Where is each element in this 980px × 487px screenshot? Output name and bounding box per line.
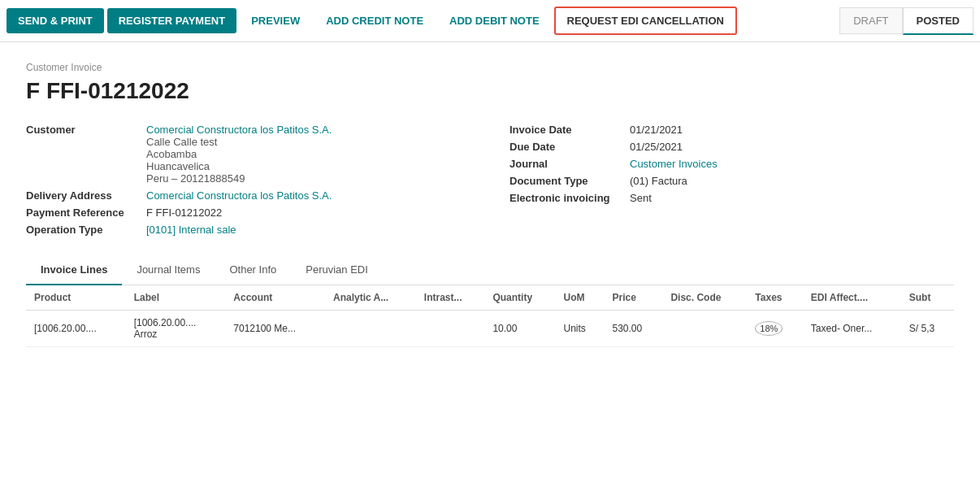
customer-label: Customer — [26, 124, 140, 136]
col-quantity: Quantity — [484, 285, 555, 311]
cell-disc-code — [662, 311, 747, 347]
operation-type-value[interactable]: [0101] Internal sale — [146, 224, 236, 236]
electronic-invoicing-row: Electronic invoicing Sent — [510, 192, 954, 204]
cell-account: 7012100 Me... — [225, 311, 325, 347]
invoice-date-label: Invoice Date — [510, 124, 623, 136]
col-product: Product — [26, 285, 126, 311]
payment-reference-row: Payment Reference F FFI-01212022 — [26, 207, 470, 219]
document-type-field-label: Document Type — [510, 175, 623, 187]
tax-badge: 18% — [755, 321, 783, 336]
due-date-label: Due Date — [510, 141, 623, 153]
electronic-invoicing-label: Electronic invoicing — [510, 192, 623, 204]
col-subtotal: Subt — [901, 285, 954, 311]
invoice-date-row: Invoice Date 01/21/2021 — [510, 124, 954, 136]
label-line2: Arroz — [134, 328, 218, 340]
status-area: DRAFT POSTED — [839, 7, 973, 35]
operation-type-row: Operation Type [0101] Internal sale — [26, 224, 470, 236]
info-grid: Customer Comercial Constructora los Pati… — [26, 124, 954, 236]
label-line1: [1006.20.00.... — [134, 317, 218, 328]
cell-uom: Units — [555, 311, 604, 347]
info-right: Invoice Date 01/21/2021 Due Date 01/25/2… — [510, 124, 954, 236]
due-date-row: Due Date 01/25/2021 — [510, 141, 954, 153]
status-posted-button[interactable]: POSTED — [903, 7, 973, 35]
tab-invoice-lines[interactable]: Invoice Lines — [26, 255, 122, 285]
cell-price: 530.00 — [604, 311, 662, 347]
col-analytic: Analytic A... — [325, 285, 416, 311]
address-line-2: Acobamba — [146, 148, 332, 160]
cell-intrast — [416, 311, 485, 347]
payment-reference-value: F FFI-01212022 — [146, 207, 222, 219]
invoice-date-value: 01/21/2021 — [630, 124, 683, 136]
address-line-4: Peru – 20121888549 — [146, 172, 332, 185]
cell-quantity: 10.00 — [484, 311, 555, 347]
delivery-address-row: Delivery Address Comercial Constructora … — [26, 189, 470, 202]
document-title: F FFI-01212022 — [26, 78, 954, 104]
delivery-address-value[interactable]: Comercial Constructora los Patitos S.A. — [146, 189, 332, 202]
tabs-bar: Invoice Lines Journal Items Other Info P… — [26, 255, 954, 285]
payment-reference-label: Payment Reference — [26, 207, 140, 219]
address-line-3: Huancavelica — [146, 160, 332, 172]
journal-label: Journal — [510, 158, 623, 170]
customer-name[interactable]: Comercial Constructora los Patitos S.A. — [146, 124, 332, 136]
send-print-button[interactable]: SEND & PRINT — [7, 8, 104, 33]
journal-value[interactable]: Customer Invoices — [630, 158, 718, 170]
electronic-invoicing-value: Sent — [630, 192, 652, 204]
main-content: Customer Invoice F FFI-01212022 Customer… — [0, 42, 980, 367]
table-row: [1006.20.00.... [1006.20.00.... Arroz 70… — [26, 311, 954, 347]
register-payment-button[interactable]: REGISTER PAYMENT — [107, 8, 236, 33]
request-edi-cancellation-button[interactable]: REQUEST EDI CANCELLATION — [554, 7, 737, 35]
table-header-row: Product Label Account Analytic A... Intr… — [26, 285, 954, 311]
customer-row: Customer Comercial Constructora los Pati… — [26, 124, 470, 185]
col-account: Account — [225, 285, 325, 311]
cell-subtotal: S/ 5,3 — [901, 311, 954, 347]
customer-address-block: Comercial Constructora los Patitos S.A. … — [146, 124, 332, 185]
add-debit-note-button[interactable]: ADD DEBIT NOTE — [438, 8, 551, 33]
address-line-1: Calle Calle test — [146, 136, 332, 148]
col-intrast: Intrast... — [416, 285, 485, 311]
col-label: Label — [126, 285, 226, 311]
toolbar: SEND & PRINT REGISTER PAYMENT PREVIEW AD… — [0, 0, 980, 42]
col-disc-code: Disc. Code — [662, 285, 747, 311]
preview-button[interactable]: PREVIEW — [240, 8, 311, 33]
document-type-label: Customer Invoice — [26, 62, 954, 73]
cell-product[interactable]: [1006.20.00.... — [26, 311, 126, 347]
delivery-address-label: Delivery Address — [26, 189, 140, 202]
cell-taxes: 18% — [747, 311, 803, 347]
document-type-field-value: (01) Factura — [630, 175, 687, 187]
col-price: Price — [604, 285, 662, 311]
cell-edi-affect: Taxed- Oner... — [803, 311, 901, 347]
status-draft-button[interactable]: DRAFT — [839, 7, 902, 34]
info-left: Customer Comercial Constructora los Pati… — [26, 124, 470, 236]
journal-row: Journal Customer Invoices — [510, 158, 954, 170]
due-date-value: 01/25/2021 — [630, 141, 683, 153]
col-uom: UoM — [555, 285, 604, 311]
tab-journal-items[interactable]: Journal Items — [122, 255, 215, 285]
col-edi-affect: EDI Affect.... — [803, 285, 901, 311]
cell-analytic — [325, 311, 416, 347]
invoice-lines-table: Product Label Account Analytic A... Intr… — [26, 285, 954, 347]
col-taxes: Taxes — [747, 285, 803, 311]
document-type-row: Document Type (01) Factura — [510, 175, 954, 187]
cell-label: [1006.20.00.... Arroz — [126, 311, 226, 347]
tab-peruvian-edi[interactable]: Peruvian EDI — [291, 255, 383, 285]
operation-type-label: Operation Type — [26, 224, 140, 236]
add-credit-note-button[interactable]: ADD CREDIT NOTE — [314, 8, 435, 33]
tab-other-info[interactable]: Other Info — [215, 255, 291, 285]
